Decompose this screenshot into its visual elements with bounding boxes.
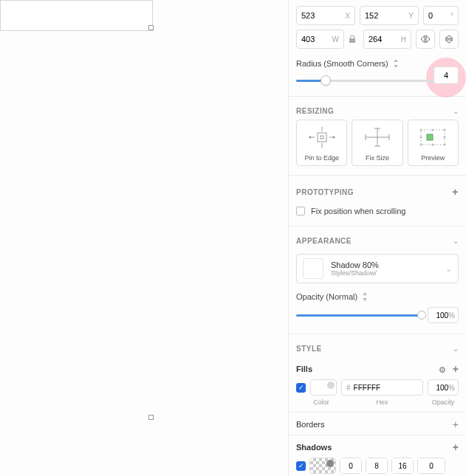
fills-title: Fills bbox=[296, 365, 312, 373]
add-shadow-button[interactable]: + bbox=[453, 441, 459, 453]
shadow-enabled-checkbox[interactable]: ✓ bbox=[296, 461, 306, 471]
resizing-title: RESIZING bbox=[296, 107, 334, 115]
radius-input[interactable] bbox=[434, 66, 459, 84]
svg-point-17 bbox=[420, 144, 422, 146]
opacity-input[interactable]: % bbox=[428, 307, 459, 323]
svg-rect-0 bbox=[318, 133, 326, 142]
chevron-down-icon: ⌄ bbox=[445, 264, 452, 274]
gear-icon[interactable]: ⚙ bbox=[439, 365, 446, 374]
style-title: STYLE bbox=[296, 345, 322, 353]
shadow-spread-input[interactable] bbox=[417, 458, 445, 474]
svg-point-20 bbox=[420, 137, 422, 139]
add-fill-button[interactable]: + bbox=[453, 363, 459, 375]
svg-point-16 bbox=[444, 129, 446, 131]
shadow-x-input[interactable] bbox=[340, 458, 362, 474]
fill-enabled-checkbox[interactable]: ✓ bbox=[296, 383, 306, 393]
chevron-down-icon[interactable]: ⌄ bbox=[453, 345, 459, 353]
x-field[interactable]: X bbox=[296, 6, 355, 25]
lock-aspect-icon[interactable] bbox=[349, 35, 359, 44]
svg-point-21 bbox=[444, 137, 446, 139]
resize-handle[interactable] bbox=[148, 25, 154, 30]
svg-rect-13 bbox=[427, 134, 433, 140]
resize-handle[interactable] bbox=[148, 415, 154, 420]
svg-point-14 bbox=[420, 129, 422, 131]
inspector-panel: X Y ° W H Radius (Smooth Corners) bbox=[289, 0, 466, 476]
style-name: Shadow 80% bbox=[331, 261, 438, 269]
fill-color-well[interactable] bbox=[310, 379, 337, 396]
pin-to-edge-card[interactable]: Pin to Edge bbox=[296, 120, 347, 166]
fix-position-label: Fix position when scrolling bbox=[311, 207, 405, 215]
shadow-blur-input[interactable] bbox=[391, 458, 414, 474]
flip-horizontal-button[interactable] bbox=[416, 30, 435, 49]
flip-vertical-button[interactable] bbox=[439, 30, 459, 49]
add-prototype-button[interactable]: + bbox=[452, 186, 459, 198]
fill-opacity-input[interactable]: % bbox=[428, 379, 459, 396]
radius-stepper-icon[interactable] bbox=[393, 59, 399, 68]
shadow-y-input[interactable] bbox=[366, 458, 388, 474]
canvas-area[interactable] bbox=[0, 0, 289, 476]
layer-style-select[interactable]: Shadow 80% Styles/Shadow/ ⌄ bbox=[296, 254, 459, 283]
height-field[interactable]: H bbox=[363, 30, 411, 49]
selected-layer[interactable] bbox=[0, 0, 153, 31]
radius-label: Radius (Smooth Corners) bbox=[296, 59, 388, 68]
appearance-title: APPEARANCE bbox=[296, 237, 352, 245]
opacity-stepper-icon[interactable] bbox=[362, 292, 368, 301]
chevron-down-icon[interactable]: ⌄ bbox=[453, 237, 459, 245]
opacity-label: Opacity (Normal) bbox=[296, 292, 357, 301]
resizing-preview-card[interactable]: Preview bbox=[408, 120, 459, 166]
svg-point-15 bbox=[432, 129, 434, 131]
style-swatch bbox=[303, 258, 323, 279]
fill-hex-input[interactable]: # bbox=[341, 379, 423, 396]
svg-point-19 bbox=[444, 144, 446, 146]
style-path: Styles/Shadow/ bbox=[331, 269, 438, 277]
fix-position-checkbox[interactable] bbox=[296, 207, 305, 215]
width-field[interactable]: W bbox=[296, 30, 344, 49]
svg-rect-1 bbox=[321, 136, 323, 139]
shadows-title: Shadows bbox=[296, 443, 332, 452]
y-field[interactable]: Y bbox=[360, 6, 419, 25]
borders-title: Borders bbox=[296, 420, 325, 429]
fix-size-card[interactable]: Fix Size bbox=[352, 120, 402, 166]
shadow-color-well[interactable] bbox=[309, 458, 336, 474]
radius-section: Radius (Smooth Corners) bbox=[289, 53, 466, 93]
add-border-button[interactable]: + bbox=[453, 418, 459, 430]
svg-point-18 bbox=[432, 144, 434, 146]
prototyping-title: PROTOTYPING bbox=[296, 188, 354, 196]
rotation-field[interactable]: ° bbox=[423, 6, 459, 25]
opacity-slider[interactable] bbox=[296, 314, 422, 317]
chevron-down-icon[interactable]: ⌄ bbox=[453, 107, 459, 115]
